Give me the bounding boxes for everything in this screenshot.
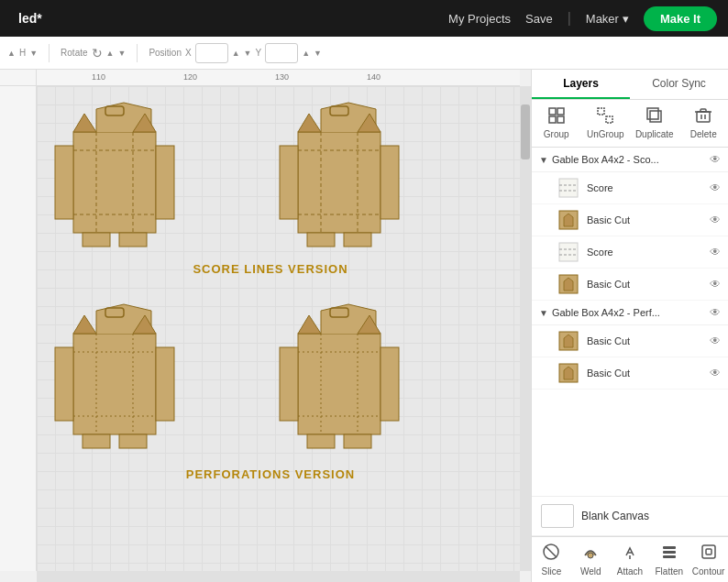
layer-group-2-title: Gable Box A4x2 - Perf... <box>552 307 702 318</box>
rotate-up-arrow[interactable]: ▲ <box>106 49 115 58</box>
svg-rect-53 <box>559 179 578 197</box>
ruler-vertical <box>0 86 37 571</box>
canvas-content[interactable]: SCORE LINES VERSION <box>37 86 520 571</box>
right-panel: Layers Color Sync Group UnGroup <box>531 70 728 582</box>
ungroup-tool[interactable]: UnGroup <box>581 104 631 143</box>
layer-group-1-eye[interactable]: 👁 <box>710 153 721 166</box>
layer-group-1-title: Gable Box A4x2 - Sco... <box>552 154 702 165</box>
svg-rect-32 <box>381 347 399 421</box>
attach-tool[interactable]: Attach <box>611 537 650 582</box>
svg-rect-22 <box>156 347 174 421</box>
weld-label: Weld <box>580 566 601 577</box>
maker-menu[interactable]: Maker ▾ <box>586 12 629 26</box>
svg-line-64 <box>546 546 557 557</box>
group-icon <box>548 107 565 127</box>
delete-label: Delete <box>690 129 717 139</box>
gable-box-3 <box>46 297 266 457</box>
svg-rect-15 <box>344 233 371 247</box>
my-projects-link[interactable]: My Projects <box>448 12 511 26</box>
layer-item-score-2[interactable]: Score 👁 <box>532 236 728 269</box>
cut-2-thumb <box>557 273 579 295</box>
cut-2-eye[interactable]: 👁 <box>710 278 721 291</box>
rotate-icon: ↻ <box>92 46 103 60</box>
rotate-down-arrow[interactable]: ▼ <box>117 49 126 58</box>
contour-tool[interactable]: Contour <box>689 537 728 582</box>
cut-4-name: Basic Cut <box>587 368 699 379</box>
cut-4-eye[interactable]: 👁 <box>710 367 721 379</box>
ruler-mark-140: 140 <box>367 72 381 82</box>
layer-item-cut-1[interactable]: Basic Cut 👁 <box>532 204 728 236</box>
cut-1-eye[interactable]: 👁 <box>710 214 721 226</box>
app-title: led* <box>11 11 42 26</box>
toolbar-size-group: ▲ H ▼ <box>7 48 38 58</box>
layer-group-2-eye[interactable]: 👁 <box>710 306 721 319</box>
cut-4-thumb <box>557 362 579 384</box>
duplicate-label: Duplicate <box>635 129 674 139</box>
layer-item-score-1[interactable]: Score 👁 <box>532 172 728 204</box>
svg-rect-40 <box>549 108 556 115</box>
nav-divider: | <box>568 10 571 27</box>
flatten-tool[interactable]: Flatten <box>649 537 689 582</box>
y-input[interactable] <box>265 43 298 63</box>
contour-icon <box>700 543 718 565</box>
y-down-arrow[interactable]: ▼ <box>314 49 322 58</box>
tab-layers[interactable]: Layers <box>532 70 630 99</box>
layer-item-cut-2[interactable]: Basic Cut 👁 <box>532 269 728 301</box>
layer-item-cut-3[interactable]: Basic Cut 👁 <box>532 325 728 357</box>
svg-rect-52 <box>700 109 706 112</box>
score-2-eye[interactable]: 👁 <box>710 246 721 258</box>
svg-rect-12 <box>381 146 399 219</box>
x-up-arrow[interactable]: ▲ <box>232 49 240 58</box>
delete-tool[interactable]: Delete <box>679 104 729 143</box>
svg-rect-10 <box>298 132 381 233</box>
layer-item-cut-4[interactable]: Basic Cut 👁 <box>532 357 728 390</box>
svg-rect-43 <box>557 116 564 123</box>
layer-group-1-header[interactable]: ▼ Gable Box A4x2 - Sco... 👁 <box>532 148 728 172</box>
canvas-area[interactable]: 110 120 130 140 <box>0 70 531 582</box>
scrollbar-thumb-v[interactable] <box>521 104 530 159</box>
svg-rect-72 <box>706 549 711 555</box>
x-label: X <box>185 48 192 58</box>
group-tool[interactable]: Group <box>532 104 581 143</box>
perforations-label: PERFORATIONS VERSION <box>46 467 495 481</box>
layer-group-2: ▼ Gable Box A4x2 - Perf... 👁 Basic Cut 👁 <box>532 301 728 390</box>
svg-point-65 <box>588 553 593 558</box>
gable-box-1 <box>46 95 266 256</box>
svg-rect-2 <box>156 146 174 219</box>
scrollbar-vertical[interactable] <box>520 86 531 571</box>
y-up-arrow[interactable]: ▲ <box>302 49 310 58</box>
layer-group-2-header[interactable]: ▼ Gable Box A4x2 - Perf... 👁 <box>532 301 728 325</box>
blank-canvas-swatch <box>541 504 574 528</box>
svg-rect-45 <box>606 116 612 123</box>
size-up-arrow[interactable]: ▲ <box>7 49 16 58</box>
cut-3-eye[interactable]: 👁 <box>710 335 721 347</box>
save-link[interactable]: Save <box>525 12 553 26</box>
svg-rect-4 <box>83 233 110 247</box>
svg-rect-1 <box>55 146 73 219</box>
duplicate-icon <box>646 107 663 127</box>
svg-rect-47 <box>647 108 658 119</box>
tab-color-sync[interactable]: Color Sync <box>630 70 728 99</box>
cut-2-name: Basic Cut <box>587 279 699 290</box>
gable-box-2 <box>270 95 491 256</box>
weld-tool[interactable]: Weld <box>571 537 611 582</box>
svg-rect-46 <box>650 111 661 122</box>
slice-tool[interactable]: Slice <box>532 537 571 582</box>
svg-rect-34 <box>307 434 335 448</box>
duplicate-tool[interactable]: Duplicate <box>630 104 679 143</box>
size-down-arrow[interactable]: ▼ <box>29 49 38 58</box>
svg-rect-44 <box>598 108 604 115</box>
scrollbar-horizontal[interactable] <box>37 571 520 582</box>
score-lines-label: SCORE LINES VERSION <box>46 262 495 276</box>
svg-rect-30 <box>298 334 381 434</box>
x-input[interactable] <box>195 43 228 63</box>
blank-canvas-label: Blank Canvas <box>581 510 649 522</box>
score-2-name: Score <box>587 247 699 258</box>
make-it-button[interactable]: Make It <box>644 6 717 31</box>
svg-rect-57 <box>559 243 578 261</box>
score-1-eye[interactable]: 👁 <box>710 181 721 194</box>
panel-tabs: Layers Color Sync <box>532 70 728 100</box>
attach-icon <box>621 543 639 565</box>
y-label: Y <box>255 48 261 58</box>
x-down-arrow[interactable]: ▼ <box>244 49 252 58</box>
